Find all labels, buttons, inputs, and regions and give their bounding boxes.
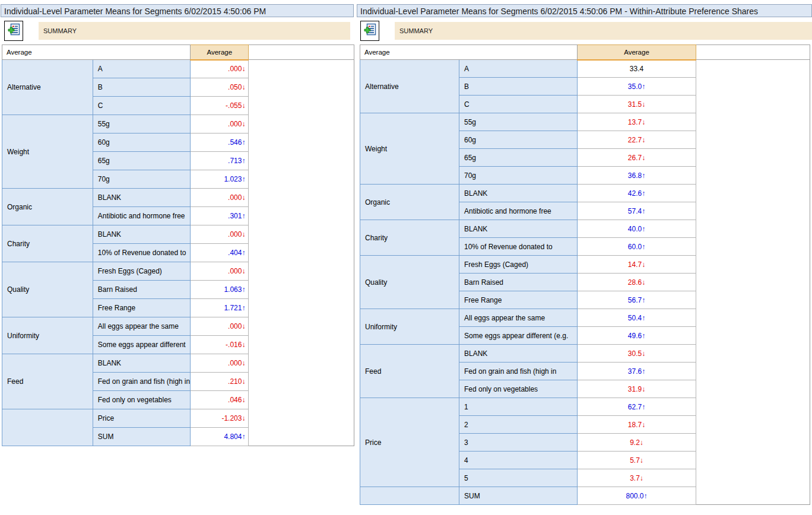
value-cell: .404↑ [191, 244, 249, 262]
value-cell: .000↓ [191, 317, 249, 336]
value-cell: .000↓ [191, 225, 249, 244]
filler-cell [249, 97, 354, 115]
header-filler-cell [249, 45, 354, 60]
level-label-cell: BLANK [93, 189, 190, 207]
filler-cell [249, 115, 354, 133]
value-text: .713↑ [228, 157, 245, 165]
summary-banner[interactable]: SUMMARY [395, 22, 812, 40]
level-label-cell: 60g [93, 133, 190, 152]
value-cell: 37.6↑ [578, 363, 696, 380]
value-cell: 30.5↓ [578, 345, 696, 363]
filler-cell [696, 256, 810, 274]
filler-cell [696, 131, 810, 149]
attribute-group-cell: Feed [2, 354, 93, 409]
value-cell: 1.721↑ [191, 299, 249, 317]
level-label-cell: Barn Raised [93, 281, 190, 299]
filler-cell [696, 487, 810, 505]
level-label-cell: Fed only on vegetables [93, 391, 190, 409]
header-row: AverageAverage [360, 45, 810, 60]
attribute-group-cell: Alternative [2, 60, 93, 115]
value-text: 30.5↓ [628, 349, 645, 358]
filler-cell [249, 152, 354, 170]
filler-cell [249, 262, 354, 281]
value-text: 35.0↑ [628, 82, 645, 91]
table-row: AlternativeA33.4 [360, 60, 810, 78]
level-label-cell: BLANK [459, 345, 578, 363]
attribute-group-cell: Quality [360, 256, 459, 309]
value-cell: 9.2↓ [578, 434, 696, 452]
column-header-cell: Average [191, 45, 249, 60]
attribute-group-cell: Uniformity [2, 317, 93, 354]
table-row: QualityFresh Eggs (Caged).000↓ [2, 262, 354, 281]
add-to-report-button[interactable] [360, 21, 379, 41]
table-row: SUM800.0↑ [360, 487, 810, 505]
value-cell: 49.6↑ [578, 327, 696, 345]
value-cell: 5.7↓ [578, 452, 696, 469]
level-label-cell: Free Range [459, 291, 578, 309]
value-text: .000↓ [228, 359, 245, 367]
value-cell: .046↓ [191, 391, 249, 409]
window-title-bar: Individual-Level Parameter Means for Seg… [357, 4, 812, 17]
level-label-cell: 1 [459, 398, 578, 416]
filler-cell [696, 327, 810, 345]
value-text: 40.0↑ [628, 225, 645, 233]
value-cell: 57.4↑ [578, 202, 696, 220]
window-title-bar: Individual-Level Parameter Means for Seg… [1, 4, 354, 17]
level-label-cell: BLANK [459, 220, 578, 238]
value-text: 50.4↑ [628, 314, 645, 322]
value-text: 1.063↑ [224, 285, 245, 294]
attribute-group-cell: Charity [360, 220, 459, 256]
value-text: 9.2↓ [630, 438, 643, 447]
value-cell: 60.0↑ [578, 238, 696, 256]
value-cell: 35.0↑ [578, 78, 696, 96]
filler-cell [696, 113, 810, 131]
filler-cell [696, 416, 810, 434]
level-label-cell: A [459, 60, 578, 78]
header-row: AverageAverage [2, 45, 354, 60]
filler-cell [696, 149, 810, 167]
level-label-cell: B [459, 78, 578, 96]
filler-cell [249, 428, 354, 446]
level-label-cell: Price [93, 409, 190, 428]
filler-cell [249, 170, 354, 189]
value-cell: 3.7↓ [578, 469, 696, 487]
level-label-cell: Fed on grain and fish (high in [93, 373, 190, 391]
value-cell: 42.6↑ [578, 185, 696, 202]
value-text: .000↓ [228, 120, 245, 128]
value-text: -1.203↓ [221, 414, 245, 422]
filler-cell [696, 398, 810, 416]
attribute-group-cell [2, 409, 93, 446]
level-label-cell: BLANK [93, 225, 190, 244]
value-text: -.016↓ [226, 341, 245, 349]
filler-cell [696, 78, 810, 96]
level-label-cell: Antibiotic and hormone free [459, 202, 578, 220]
table-row: FeedBLANK30.5↓ [360, 345, 810, 363]
level-label-cell: Fresh Eggs (Caged) [93, 262, 190, 281]
table-row: UniformityAll eggs appear the same.000↓ [2, 317, 354, 336]
level-label-cell: 70g [93, 170, 190, 189]
level-label-cell: Free Range [93, 299, 190, 317]
filler-cell [696, 274, 810, 291]
filler-cell [249, 409, 354, 428]
value-text: .000↓ [228, 65, 245, 73]
value-text: 4.804↑ [224, 433, 245, 441]
value-text: 1.023↑ [224, 175, 245, 183]
table-row: Weight55g13.7↓ [360, 113, 810, 131]
add-report-icon [363, 23, 376, 39]
level-label-cell: 70g [459, 167, 578, 185]
filler-cell [696, 363, 810, 380]
value-cell: 1.023↑ [191, 170, 249, 189]
value-cell: -.016↓ [191, 336, 249, 354]
level-label-cell: B [93, 78, 190, 97]
value-text: .404↑ [228, 249, 245, 257]
level-label-cell: 60g [459, 131, 578, 149]
value-text: 56.7↑ [628, 296, 645, 304]
level-label-cell: Barn Raised [459, 274, 578, 291]
add-to-report-button[interactable] [4, 21, 23, 41]
level-label-cell: 55g [93, 115, 190, 133]
summary-banner[interactable]: SUMMARY [39, 22, 350, 40]
filler-cell [249, 391, 354, 409]
filler-cell [249, 60, 354, 78]
filler-cell [696, 380, 810, 398]
attribute-group-cell: Uniformity [360, 309, 459, 345]
